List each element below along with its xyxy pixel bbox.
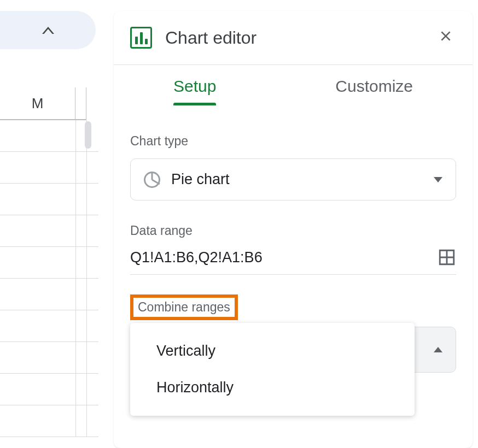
- combine-ranges-option-vertically[interactable]: Vertically: [130, 333, 415, 369]
- combine-ranges-label: Combine ranges: [138, 300, 230, 314]
- data-range-label: Data range: [130, 223, 456, 238]
- chevron-down-icon: [434, 177, 442, 182]
- cell-row[interactable]: [0, 247, 98, 279]
- spreadsheet-sliver: M: [0, 0, 98, 448]
- chart-type-select[interactable]: Pie chart: [130, 158, 456, 201]
- combine-ranges-highlight: Combine ranges: [130, 294, 238, 320]
- panel-title: Chart editor: [165, 28, 422, 48]
- chart-editor-icon: [130, 27, 152, 49]
- pie-chart-icon: [144, 172, 160, 188]
- vertical-scrollbar-thumb[interactable]: [85, 121, 91, 149]
- cell-row[interactable]: [0, 374, 98, 405]
- select-range-button[interactable]: [438, 248, 456, 267]
- chart-editor-panel: Chart editor Setup Customize Chart type …: [114, 11, 473, 448]
- collapse-formula-bar-button[interactable]: [0, 11, 96, 49]
- column-header-M[interactable]: M: [0, 87, 75, 120]
- cell-row[interactable]: [0, 405, 98, 437]
- combine-ranges-dropdown: Vertically Horizontally: [130, 323, 415, 416]
- combine-ranges-option-horizontally[interactable]: Horizontally: [130, 369, 415, 406]
- cell-row[interactable]: [0, 279, 98, 310]
- close-button[interactable]: [435, 25, 456, 50]
- close-icon: [439, 29, 453, 43]
- tabs: Setup Customize: [114, 65, 473, 105]
- column-header-edge: [75, 87, 86, 120]
- chevron-up-icon: [42, 27, 54, 34]
- cell-row[interactable]: [0, 184, 98, 215]
- cell-row[interactable]: [0, 215, 98, 247]
- tab-setup[interactable]: Setup: [173, 77, 216, 105]
- chart-type-value: Pie chart: [171, 171, 230, 188]
- chevron-up-icon: [434, 347, 442, 352]
- cell-row[interactable]: [0, 120, 98, 152]
- data-range-value: Q1!A1:B6,Q2!A1:B6: [130, 249, 438, 266]
- cell-row[interactable]: [0, 310, 98, 342]
- chart-type-label: Chart type: [130, 134, 456, 149]
- grid-icon: [438, 248, 456, 267]
- cell-row[interactable]: [0, 152, 98, 184]
- grid-rows[interactable]: [0, 120, 98, 437]
- data-range-input[interactable]: Q1!A1:B6,Q2!A1:B6: [130, 248, 456, 275]
- cell-row[interactable]: [0, 342, 98, 374]
- column-header-row: M: [0, 87, 98, 120]
- tab-customize[interactable]: Customize: [335, 77, 413, 105]
